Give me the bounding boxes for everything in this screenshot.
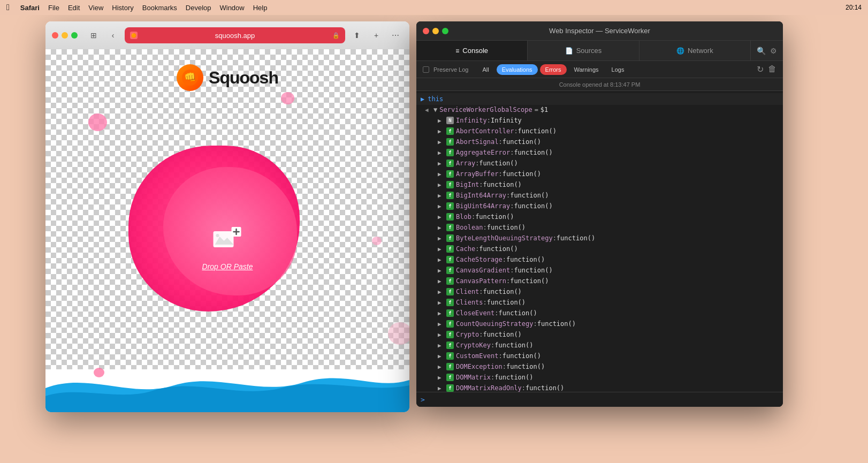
settings-icon[interactable]: ⚙	[770, 47, 777, 55]
inspector-close-button[interactable]	[423, 28, 429, 34]
more-button[interactable]: ⋯	[388, 28, 403, 43]
prop-colon: :	[475, 160, 479, 167]
clear-icon[interactable]: 🗑	[768, 64, 776, 74]
console-status-text: Console opened at 8:13:47 PM	[559, 81, 641, 88]
type-badge: f	[446, 202, 454, 210]
expand-arrow[interactable]: ▶	[438, 139, 444, 146]
prop-name: CanvasPattern	[456, 277, 506, 285]
blob-decoration-2	[281, 92, 294, 104]
inspector-minimize-button[interactable]	[432, 28, 439, 34]
type-badge: f	[446, 299, 454, 306]
prop-value: function()	[487, 224, 526, 231]
expand-arrow[interactable]: ▶	[438, 363, 444, 370]
property-row: ▶fByteLengthQueuingStrategy: function()	[416, 233, 783, 244]
expand-arrow[interactable]: ▶	[438, 256, 444, 263]
prop-value: function()	[487, 299, 526, 306]
filter-all-button[interactable]: All	[477, 64, 494, 75]
svg-text:👊: 👊	[184, 71, 196, 83]
filter-warnings-button[interactable]: Warnings	[569, 64, 604, 75]
menubar-window[interactable]: Window	[219, 4, 244, 12]
prop-value: function()	[483, 181, 522, 188]
type-badge: f	[446, 192, 454, 199]
filter-logs-button[interactable]: Logs	[606, 64, 630, 75]
inspector-maximize-button[interactable]	[442, 28, 448, 34]
close-button[interactable]	[52, 32, 58, 39]
expand-arrow[interactable]: ▶	[438, 331, 444, 338]
filter-errors-button[interactable]: Errors	[540, 64, 567, 75]
type-badge: f	[446, 341, 454, 349]
expand-arrow[interactable]: ▶	[438, 117, 444, 124]
expand-arrow[interactable]: ▶	[438, 235, 444, 242]
new-tab-button[interactable]: +	[369, 28, 384, 43]
inspector-title: Web Inspector — ServiceWorker	[549, 27, 650, 35]
expand-arrow[interactable]: ▶	[438, 385, 444, 392]
back-button[interactable]: ‹	[105, 28, 120, 43]
expand-arrow[interactable]: ▶	[438, 310, 444, 317]
expand-arrow[interactable]: ▶	[438, 374, 444, 381]
menubar-safari[interactable]: Safari	[20, 4, 40, 12]
prop-colon: :	[491, 341, 494, 349]
prop-colon: :	[522, 384, 526, 392]
prop-colon: :	[514, 127, 517, 135]
address-bar[interactable]: 🟠 squoosh.app 🔒	[125, 27, 345, 43]
expand-arrow[interactable]: ▶	[438, 342, 444, 349]
expand-arrow[interactable]: ▶	[438, 321, 444, 328]
expand-arrow[interactable]: ▶	[438, 278, 444, 285]
sources-tab-label: Sources	[576, 47, 602, 55]
menubar-bookmarks[interactable]: Bookmarks	[142, 4, 177, 12]
menubar-view[interactable]: View	[88, 4, 103, 12]
paste-link[interactable]: Paste	[234, 262, 253, 271]
wave-bottom	[45, 367, 409, 412]
filter-evaluations-button[interactable]: Evaluations	[497, 64, 538, 75]
expand-arrow[interactable]: ▶	[438, 203, 444, 210]
prop-value: function()	[506, 256, 545, 263]
console-input[interactable]	[429, 396, 779, 404]
sidebar-toggle-button[interactable]: ⊞	[86, 28, 101, 43]
property-row: ▶fCrypto: function()	[416, 330, 783, 340]
type-badge: f	[446, 181, 454, 188]
expand-arrow[interactable]: ▶	[438, 128, 444, 135]
share-button[interactable]: ⬆	[349, 28, 364, 43]
svg-rect-2	[214, 231, 234, 247]
expand-arrow[interactable]: ▶	[438, 353, 444, 360]
console-status-bar: Console opened at 8:13:47 PM	[416, 78, 783, 91]
expand-arrow[interactable]: ▶	[438, 224, 444, 231]
menubar-history[interactable]: History	[112, 4, 133, 12]
console-output[interactable]: ▶ this ◀ ▼ ServiceWorkerGlobalScope = $1…	[416, 91, 783, 392]
apple-menu-icon[interactable]: 	[6, 3, 10, 12]
upload-area[interactable]: Drop OR Paste	[202, 226, 253, 271]
minimize-button[interactable]	[62, 32, 68, 39]
expand-arrow[interactable]: ▶	[438, 267, 444, 274]
maximize-button[interactable]	[71, 32, 78, 39]
tab-console[interactable]: ≡ Console	[416, 41, 528, 60]
menubar-help[interactable]: Help	[253, 4, 268, 12]
tab-network[interactable]: 🌐 Network	[639, 41, 751, 60]
expand-arrow[interactable]: ▶	[438, 171, 444, 178]
menubar-edit[interactable]: Edit	[68, 4, 80, 12]
expand-arrow[interactable]: ▶	[438, 160, 444, 167]
refresh-icon[interactable]: ↻	[757, 64, 764, 74]
expand-arrow[interactable]: ▶	[438, 192, 444, 199]
property-row: ▶fCacheStorage: function()	[416, 255, 783, 265]
menubar-develop[interactable]: Develop	[186, 4, 211, 12]
prop-colon: :	[479, 181, 483, 188]
property-row: ▶NInfinity: Infinity	[416, 116, 783, 126]
expand-arrow[interactable]: ▶	[438, 246, 444, 253]
console-input-row: >	[416, 392, 783, 407]
expand-arrow[interactable]: ▶	[438, 214, 444, 221]
expand-arrow[interactable]: ▶	[438, 181, 444, 188]
preserve-log-checkbox[interactable]	[423, 66, 429, 73]
expand-arrow[interactable]: ▶	[438, 289, 444, 295]
prop-name: CustomEvent	[456, 352, 498, 360]
type-badge: f	[446, 374, 454, 381]
scope-expand[interactable]: ▼	[433, 106, 437, 113]
upload-icon	[212, 226, 242, 254]
search-icon[interactable]: 🔍	[757, 47, 766, 55]
expand-arrow[interactable]: ▶	[438, 299, 444, 306]
prop-name: ByteLengthQueuingStrategy	[456, 234, 553, 242]
menubar-file[interactable]: File	[48, 4, 59, 12]
prop-colon: :	[506, 277, 510, 285]
tab-sources[interactable]: 📄 Sources	[528, 41, 639, 60]
prop-value: function()	[537, 320, 576, 328]
expand-arrow[interactable]: ▶	[438, 149, 444, 156]
